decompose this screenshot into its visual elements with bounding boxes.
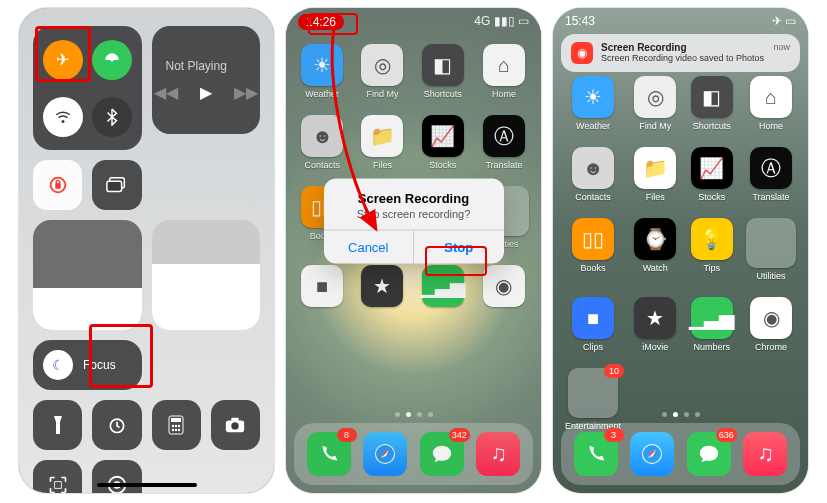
prev-track-icon[interactable]: ◀◀ [154, 83, 178, 102]
notification-banner[interactable]: ◉ Screen Recording Screen Recording vide… [561, 34, 800, 72]
app-label: Books [581, 263, 606, 273]
svg-point-1 [61, 120, 64, 123]
airplane-mode-toggle[interactable]: ✈ [43, 40, 83, 80]
focus-button[interactable]: ☾ Focus [33, 340, 142, 390]
svg-point-15 [178, 429, 180, 431]
home-indicator[interactable] [97, 483, 197, 487]
alert-message: Stop screen recording? [324, 208, 504, 230]
svg-rect-4 [56, 180, 60, 184]
app-Contacts[interactable]: ☻Contacts [565, 147, 621, 202]
app-Files[interactable]: 📁Files [633, 147, 677, 202]
cellular-data-toggle[interactable] [92, 40, 132, 80]
screen-mirroring-icon [106, 176, 128, 194]
battery-icon: ▭ [785, 14, 796, 28]
dock-music[interactable]: ♫ [743, 432, 787, 476]
calculator-button[interactable] [152, 400, 201, 450]
app-Find My[interactable]: ◎Find My [633, 76, 677, 131]
contacts-icon: ☻ [572, 147, 614, 189]
media-panel[interactable]: Not Playing ◀◀ ▶ ▶▶ [152, 26, 261, 134]
wifi-icon [54, 108, 72, 126]
bluetooth-toggle[interactable] [92, 97, 132, 137]
svg-rect-19 [54, 482, 61, 489]
screen-recording-app-icon: ◉ [571, 42, 593, 64]
messages-badge: 636 [716, 428, 737, 442]
stocks-icon: 📈 [691, 147, 733, 189]
timer-button[interactable] [92, 400, 141, 450]
alert-cancel-button[interactable]: Cancel [324, 231, 415, 264]
files-icon: 📁 [634, 147, 676, 189]
app-badge: 10 [604, 364, 624, 378]
app-label: Watch [643, 263, 668, 273]
findmy-icon: ◎ [634, 76, 676, 118]
svg-rect-6 [107, 181, 122, 191]
app-label: Stocks [698, 192, 725, 202]
messages-icon [698, 443, 720, 465]
app-label: Clips [583, 342, 603, 352]
music-icon: ♫ [757, 441, 774, 467]
qr-scanner-button[interactable] [33, 460, 82, 493]
app-Tips[interactable]: 💡Tips [690, 218, 734, 281]
volume-icon: 🔊 [197, 306, 214, 322]
svg-rect-18 [232, 418, 239, 422]
flashlight-button[interactable] [33, 400, 82, 450]
screen-record-button[interactable] [92, 460, 141, 493]
airplane-icon: ✈ [56, 50, 69, 69]
phone-saved-notification: 15:43 ✈ ▭ ◉ Screen Recording Screen Reco… [553, 8, 808, 493]
app-label: iMovie [642, 342, 668, 352]
banner-when: now [773, 42, 790, 52]
banner-title: Screen Recording [601, 42, 765, 53]
play-icon[interactable]: ▶ [200, 83, 212, 102]
home-icon: ⌂ [750, 76, 792, 118]
app-iMovie[interactable]: ★iMovie [633, 297, 677, 352]
app-Entertainment[interactable]: 10Entertainment [565, 368, 621, 431]
watch-icon: ⌚ [634, 218, 676, 260]
app-Shortcuts[interactable]: ◧Shortcuts [690, 76, 734, 131]
connectivity-panel: ✈ [33, 26, 142, 150]
app-Chrome[interactable]: ◉Chrome [746, 297, 796, 352]
camera-button[interactable] [211, 400, 260, 450]
banner-message: Screen Recording video saved to Photos [601, 53, 765, 63]
airplane-status-icon: ✈ [772, 14, 785, 28]
bluetooth-icon [105, 108, 119, 126]
screen-mirroring-button[interactable] [92, 160, 141, 210]
alert-title: Screen Recording [324, 179, 504, 208]
app-Watch[interactable]: ⌚Watch [633, 218, 677, 281]
calculator-icon [168, 415, 184, 435]
phone-icon [585, 443, 607, 465]
folder-icon [746, 218, 796, 268]
wifi-toggle[interactable] [43, 97, 83, 137]
app-Home[interactable]: ⌂Home [746, 76, 796, 131]
timer-icon [107, 415, 127, 435]
brightness-slider[interactable]: ☀ [33, 220, 142, 330]
app-Numbers[interactable]: ▁▃▅Numbers [690, 297, 734, 352]
app-Stocks[interactable]: 📈Stocks [690, 147, 734, 202]
app-Weather[interactable]: ☀Weather [565, 76, 621, 131]
svg-point-12 [178, 425, 180, 427]
next-track-icon[interactable]: ▶▶ [234, 83, 258, 102]
rotation-lock-button[interactable] [33, 160, 82, 210]
rotation-lock-icon [47, 174, 69, 196]
dock: 3 636 ♫ [561, 423, 800, 485]
dock-safari[interactable] [630, 432, 674, 476]
app-Utilities[interactable]: Utilities [746, 218, 796, 281]
tips-icon: 💡 [691, 218, 733, 260]
volume-slider[interactable]: 🔊 [152, 220, 261, 330]
app-Books[interactable]: ▯▯Books [565, 218, 621, 281]
app-label: Shortcuts [693, 121, 731, 131]
dock-phone[interactable]: 3 [574, 432, 618, 476]
safari-icon [640, 442, 664, 466]
svg-point-14 [175, 429, 177, 431]
clips-icon: ■ [572, 297, 614, 339]
app-Clips[interactable]: ■Clips [565, 297, 621, 352]
svg-point-0 [110, 58, 113, 61]
qr-scanner-icon [48, 475, 68, 493]
alert-stop-button[interactable]: Stop [414, 231, 504, 264]
phone-control-center: ✈ Not Playing ◀◀ [19, 8, 274, 493]
page-dots[interactable] [553, 412, 808, 417]
app-Translate[interactable]: ⒶTranslate [746, 147, 796, 202]
imovie-icon: ★ [634, 297, 676, 339]
dock-messages[interactable]: 636 [687, 432, 731, 476]
focus-label: Focus [83, 358, 116, 372]
app-label: Weather [576, 121, 610, 131]
svg-point-11 [175, 425, 177, 427]
